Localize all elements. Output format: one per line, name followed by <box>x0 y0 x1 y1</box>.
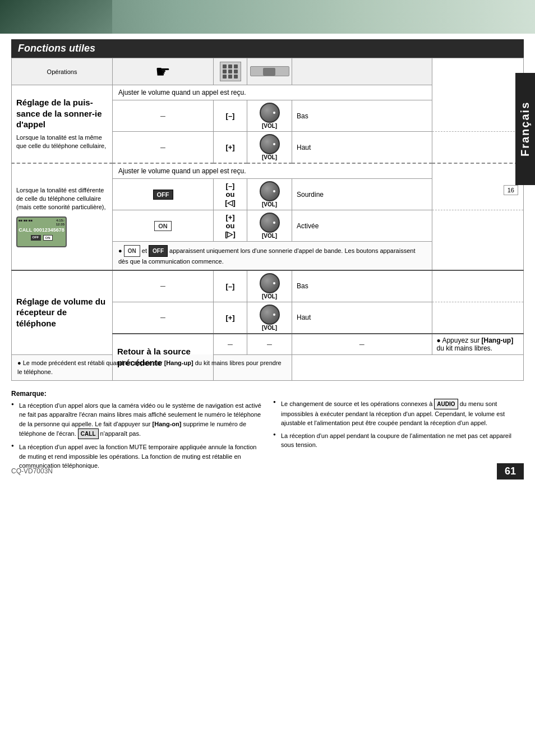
call-badge: CALL <box>78 428 99 439</box>
page-number-box: 16 <box>504 185 518 195</box>
key-minus-ou-left: [–]ou[◁] <box>225 182 236 207</box>
top-image <box>0 0 535 34</box>
key-minus-1: [–] <box>226 112 235 120</box>
remarks-right-list: Le changement de source et les opération… <box>273 399 524 450</box>
row7-keypad: – <box>247 334 292 355</box>
vol-knob-5: [VOL] <box>252 273 287 299</box>
row1-vol: [VOL] <box>247 100 292 132</box>
row1-touch: – <box>113 100 214 132</box>
row7-result: ● Appuyez sur [Hang-up] du kit mains lib… <box>432 334 523 355</box>
remark-item: Le changement de source et les opération… <box>273 399 524 428</box>
header-touch-icon: ☛ <box>113 58 214 85</box>
key-plus-1: [+] <box>225 143 234 151</box>
row6-result: Haut <box>292 302 432 334</box>
vol-knob-1: [VOL] <box>252 103 287 129</box>
on-off-note: ● ON et OFF apparaissent uniquement lors… <box>113 242 432 270</box>
remark-item: La réception d'un appel pendant la coupu… <box>273 431 524 450</box>
phone-display: ■■ ■■ ■■ 4:15♪ 12:35 CALL 00012345678 OF… <box>16 216 67 247</box>
table-row: Lorsque la tonalité est différente de ce… <box>12 163 524 179</box>
row3-keypad: [–]ou[◁] <box>214 179 247 210</box>
row4-result: Activée <box>292 210 432 242</box>
phone-display-wrap: ■■ ■■ ■■ 4:15♪ 12:35 CALL 00012345678 OF… <box>16 216 108 247</box>
row5-result: Bas <box>292 270 432 302</box>
feature-ringing2-cell: Lorsque la tonalité est différente de ce… <box>12 163 113 270</box>
table-row: Réglage de volume du récepteur de téléph… <box>12 270 524 302</box>
remarks-left-list: La réception d'un appel alors que la cam… <box>11 401 262 471</box>
feature-ringing-desc: Lorsque la tonalité est la même que cell… <box>16 133 108 151</box>
row2-result: Haut <box>292 132 432 164</box>
header-keypad-icon <box>214 58 247 85</box>
section-title: Fonctions utiles <box>18 43 95 54</box>
row3-vol: [VOL] <box>247 179 292 210</box>
header-operations: Opérations <box>12 58 113 85</box>
operations-label: Opérations <box>47 68 77 75</box>
row6-keypad: [+] <box>214 302 247 334</box>
vol-knob-3: [VOL] <box>252 181 287 208</box>
btn-on-1: ON <box>154 221 172 231</box>
header-slider-icon <box>247 58 292 85</box>
remark-item: La réception d'un appel alors que la cam… <box>11 401 262 440</box>
feature-ringing-cell: Réglage de la puis-sance de la sonner-ie… <box>12 85 113 164</box>
main-table: Opérations ☛ <box>11 58 524 381</box>
row5-vol: [VOL] <box>247 270 292 302</box>
vol-knob-2: [VOL] <box>252 134 287 160</box>
vol-knob-4: [VOL] <box>252 213 287 239</box>
row4-keypad: [+]ou[▷] <box>214 210 247 242</box>
section-header: Fonctions utiles <box>11 39 524 58</box>
row4-touch: ON <box>113 210 214 242</box>
row7-touch: – <box>214 334 247 355</box>
row2-vol: [VOL] <box>247 132 292 164</box>
footer-page: 61 <box>497 463 524 480</box>
remarks-right: Le changement de source et les opération… <box>273 389 524 474</box>
language-label: Français <box>519 102 532 156</box>
audio-badge: AUDIO <box>434 399 458 409</box>
btn-off-1: OFF <box>153 190 173 200</box>
feature-ringing2-note: Ajuster le volume quand un appel est reç… <box>113 163 432 179</box>
footer: CQ-VD7003N 61 <box>0 463 535 480</box>
key-plus-ou-right: [+]ou[▷] <box>225 213 236 238</box>
on-badge: ON <box>124 245 140 257</box>
remarks-left: Remarque: La réception d'un appel alors … <box>11 389 262 474</box>
row3-result: Sourdine <box>292 179 432 210</box>
table-row: Réglage de la puis-sance de la sonner-ie… <box>12 85 524 100</box>
remarks-section: Remarque: La réception d'un appel alors … <box>11 389 524 474</box>
off-badge: OFF <box>149 245 168 257</box>
hand-icon: ☛ <box>115 63 211 80</box>
table-header-row: Opérations ☛ <box>12 58 524 85</box>
row5-keypad: [–] <box>214 270 247 302</box>
key-minus-2: [–] <box>226 282 235 291</box>
slider-icon <box>250 66 289 76</box>
feature-volume-title: Réglage de volume du récepteur de téléph… <box>16 296 108 329</box>
row6-vol: [VOL] <box>247 302 292 334</box>
row5-touch: – <box>113 270 214 302</box>
header-result <box>292 58 432 85</box>
footer-model: CQ-VD7003N <box>11 467 53 475</box>
row2-touch: – <box>113 132 214 164</box>
row1-keypad: [–] <box>214 100 247 132</box>
feature-ringing-title: Réglage de la puis-sance de la sonner-ie… <box>16 97 108 130</box>
row7-vol: – <box>292 334 432 355</box>
vol-knob-6: [VOL] <box>252 305 287 331</box>
table-row: ● Le mode précédent est rétabli quand on… <box>12 354 524 380</box>
row2-keypad: [+] <box>214 132 247 164</box>
row1-result: Bas <box>292 100 432 132</box>
keypad-icon <box>220 62 241 81</box>
key-plus-2: [+] <box>225 314 234 322</box>
row4-vol: [VOL] <box>247 210 292 242</box>
feature-volume-cell: Réglage de volume du récepteur de téléph… <box>12 270 113 355</box>
feature-ringing-note: Ajuster le volume quand un appel est reç… <box>113 85 432 100</box>
row6-touch: – <box>113 302 214 334</box>
language-sidebar: Français <box>515 73 535 185</box>
row3-touch: OFF <box>113 179 214 210</box>
remarks-title: Remarque: <box>11 389 262 399</box>
page-number: 16 <box>508 187 514 193</box>
feature-ringing2-desc: Lorsque la tonalité est différente de ce… <box>16 186 108 212</box>
